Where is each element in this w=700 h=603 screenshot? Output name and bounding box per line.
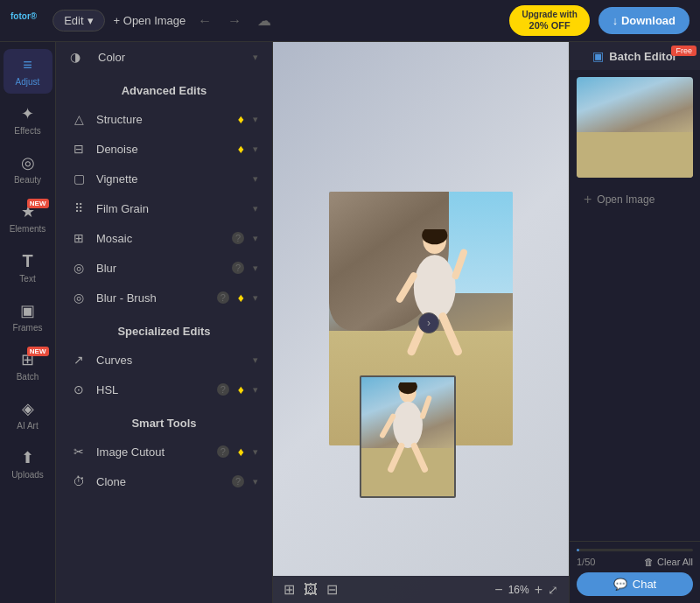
adjust-icon: ≡ — [23, 56, 32, 74]
structure-label: Structure — [96, 113, 229, 126]
hsl-icon: ⊙ — [70, 382, 88, 396]
zoom-out-button[interactable]: − — [494, 582, 502, 598]
batch-image-item[interactable] — [577, 77, 693, 178]
clone-icon: ⏱ — [70, 474, 88, 488]
filmgrain-item[interactable]: ⠿ Film Grain ▾ — [56, 193, 272, 223]
upgrade-line2: 20% OFF — [529, 20, 570, 32]
new-badge: NEW — [27, 199, 49, 208]
open-image-row[interactable]: + Open Image — [577, 185, 693, 214]
structure-item[interactable]: △ Structure ♦ ▾ — [56, 104, 272, 134]
uploads-icon: ⬆ — [21, 448, 34, 467]
expand-icon[interactable]: ⤢ — [548, 583, 558, 597]
upgrade-button[interactable]: Upgrade with 20% OFF — [509, 5, 589, 36]
footer-row: 1/50 🗑 Clear All — [577, 557, 693, 567]
new-badge-batch: NEW — [27, 347, 49, 356]
sidebar-item-text[interactable]: T Text — [4, 244, 52, 291]
chevron-icon: ▾ — [253, 144, 258, 155]
smart-tools-header: Smart Tools — [56, 404, 272, 437]
sidebar-item-label: Frames — [13, 323, 43, 333]
plus-icon: + — [584, 192, 592, 207]
sidebar-item-uploads[interactable]: ⬆ Uploads — [4, 441, 52, 487]
batch-images-list: + Open Image — [570, 70, 700, 541]
sidebar-item-aiart[interactable]: ◈ AI Art — [4, 392, 52, 438]
svg-line-6 — [443, 317, 458, 352]
batch-header: ▣ Batch Editor Free — [570, 42, 700, 70]
batch-editor-icon: ▣ — [592, 49, 604, 63]
sidebar-item-adjust[interactable]: ≡ Adjust — [4, 49, 52, 94]
sidebar-item-label: Text — [19, 274, 35, 284]
premium-icon: ♦ — [238, 382, 244, 396]
cloud-icon[interactable]: ☁ — [254, 9, 275, 32]
svg-line-12 — [391, 446, 402, 470]
vignette-item[interactable]: ▢ Vignette ▾ — [56, 164, 272, 193]
sidebar-item-effects[interactable]: ✦ Effects — [4, 97, 52, 143]
curves-item[interactable]: ↗ Curves ▾ — [56, 345, 272, 375]
svg-line-11 — [423, 398, 429, 417]
open-image-label: + Open Image — [114, 14, 186, 27]
chevron-icon: ▾ — [253, 292, 258, 304]
sidebar-item-beauty[interactable]: ◎ Beauty — [4, 146, 52, 192]
mosaic-item[interactable]: ⊞ Mosaic ? ▾ — [56, 223, 272, 253]
svg-point-2 — [414, 255, 456, 319]
sidebar-item-batch[interactable]: NEW ⊞ Batch — [4, 343, 52, 389]
trash-icon: 🗑 — [644, 557, 654, 567]
blurbrush-icon: ◎ — [70, 291, 88, 305]
specialized-edits-header: Specialized Edits — [56, 312, 272, 345]
sidebar-item-elements[interactable]: NEW ★ Elements — [4, 195, 52, 241]
logo-text: fotor — [10, 11, 31, 21]
imagecutout-icon: ✂ — [70, 445, 88, 459]
blur-label: Blur — [96, 262, 223, 275]
chevron-icon: ▾ — [253, 263, 258, 274]
filmgrain-label: Film Grain — [96, 202, 244, 215]
canvas-toolbar: ⊞ 🖼 ⊟ − 16% + ⤢ — [273, 576, 569, 603]
open-image-label: Open Image — [597, 193, 654, 206]
curves-label: Curves — [96, 354, 244, 367]
blurbrush-item[interactable]: ◎ Blur - Brush ? ♦ ▾ — [56, 283, 272, 312]
blurbrush-label: Blur - Brush — [96, 291, 208, 305]
advanced-edits-header: Advanced Edits — [56, 72, 272, 104]
edit-button[interactable]: Edit ▾ — [52, 10, 104, 32]
undo-icon[interactable]: ← — [194, 10, 215, 32]
batch-footer: 1/50 🗑 Clear All 💬 Chat — [570, 541, 700, 603]
help-icon: ? — [217, 291, 229, 304]
curves-icon: ↗ — [70, 353, 88, 367]
chevron-icon: ▾ — [253, 446, 258, 458]
help-icon: ? — [232, 232, 244, 244]
denoise-label: Denoise — [96, 143, 229, 156]
topbar: fotor® Edit ▾ + Open Image ← → ☁ Upgrade… — [0, 0, 700, 42]
denoise-item[interactable]: ⊟ Denoise ♦ ▾ — [56, 134, 272, 164]
sidebar-item-label: Elements — [10, 224, 46, 234]
blur-icon: ◎ — [70, 261, 88, 275]
image-icon[interactable]: 🖼 — [304, 582, 318, 598]
hsl-item[interactable]: ⊙ HSL ? ♦ ▾ — [56, 375, 272, 404]
crop-icon[interactable]: ⊞ — [284, 581, 295, 598]
zoom-control: − 16% + ⤢ — [494, 582, 558, 598]
page-count: 1/50 — [577, 557, 595, 567]
edit-label: Edit — [64, 14, 83, 27]
download-button[interactable]: ↓ Download — [598, 7, 690, 34]
redo-icon[interactable]: → — [224, 10, 245, 32]
upgrade-line1: Upgrade with — [522, 10, 577, 20]
blur-item[interactable]: ◎ Blur ? ▾ — [56, 253, 272, 283]
zoom-in-button[interactable]: + — [535, 582, 542, 598]
sidebar-item-label: Uploads — [11, 470, 44, 480]
chevron-icon: ▾ — [253, 233, 258, 244]
clone-item[interactable]: ⏱ Clone ? ▾ — [56, 466, 272, 496]
denoise-icon: ⊟ — [70, 142, 88, 156]
color-row[interactable]: ◑ Color ▾ — [56, 42, 272, 72]
color-icon: ◑ — [70, 50, 80, 64]
chat-button[interactable]: 💬 Chat — [577, 572, 693, 596]
chevron-icon: ▾ — [253, 354, 258, 366]
collapse-panel-button[interactable]: › — [418, 312, 439, 333]
batch-panel: ▣ Batch Editor Free + Open Image 1/50 🗑 … — [569, 42, 700, 603]
imagecutout-item[interactable]: ✂ Image Cutout ? ♦ ▾ — [56, 437, 272, 466]
zoom-level: 16% — [508, 584, 529, 596]
premium-icon: ♦ — [238, 291, 244, 305]
clear-all-label: Clear All — [657, 557, 693, 567]
layers-icon[interactable]: ⊟ — [326, 581, 338, 598]
svg-line-4 — [456, 253, 464, 277]
clear-all-button[interactable]: 🗑 Clear All — [644, 557, 693, 567]
sidebar-item-frames[interactable]: ▣ Frames — [4, 294, 52, 340]
chevron-icon: ▾ — [253, 203, 258, 214]
open-image-button[interactable]: + Open Image — [114, 14, 186, 27]
